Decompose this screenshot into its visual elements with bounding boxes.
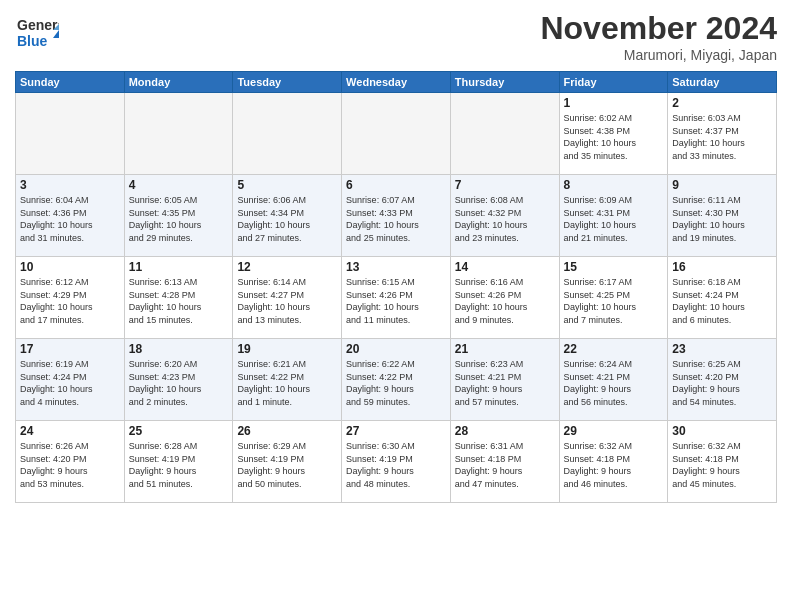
calendar-cell: 19Sunrise: 6:21 AMSunset: 4:22 PMDayligh… (233, 339, 342, 421)
calendar-cell: 13Sunrise: 6:15 AMSunset: 4:26 PMDayligh… (342, 257, 451, 339)
day-number: 25 (129, 424, 229, 438)
calendar-week-row: 10Sunrise: 6:12 AMSunset: 4:29 PMDayligh… (16, 257, 777, 339)
day-info: Sunrise: 6:22 AMSunset: 4:22 PMDaylight:… (346, 358, 446, 408)
day-header-thursday: Thursday (450, 72, 559, 93)
day-number: 4 (129, 178, 229, 192)
day-info: Sunrise: 6:11 AMSunset: 4:30 PMDaylight:… (672, 194, 772, 244)
month-title: November 2024 (540, 10, 777, 47)
day-info: Sunrise: 6:30 AMSunset: 4:19 PMDaylight:… (346, 440, 446, 490)
calendar-cell: 20Sunrise: 6:22 AMSunset: 4:22 PMDayligh… (342, 339, 451, 421)
day-info: Sunrise: 6:31 AMSunset: 4:18 PMDaylight:… (455, 440, 555, 490)
calendar-cell (16, 93, 125, 175)
day-info: Sunrise: 6:05 AMSunset: 4:35 PMDaylight:… (129, 194, 229, 244)
day-info: Sunrise: 6:12 AMSunset: 4:29 PMDaylight:… (20, 276, 120, 326)
day-info: Sunrise: 6:04 AMSunset: 4:36 PMDaylight:… (20, 194, 120, 244)
day-number: 16 (672, 260, 772, 274)
day-number: 22 (564, 342, 664, 356)
day-header-tuesday: Tuesday (233, 72, 342, 93)
calendar-cell: 26Sunrise: 6:29 AMSunset: 4:19 PMDayligh… (233, 421, 342, 503)
calendar-cell: 2Sunrise: 6:03 AMSunset: 4:37 PMDaylight… (668, 93, 777, 175)
day-info: Sunrise: 6:18 AMSunset: 4:24 PMDaylight:… (672, 276, 772, 326)
day-number: 13 (346, 260, 446, 274)
calendar-cell: 14Sunrise: 6:16 AMSunset: 4:26 PMDayligh… (450, 257, 559, 339)
calendar-cell (342, 93, 451, 175)
day-header-saturday: Saturday (668, 72, 777, 93)
day-info: Sunrise: 6:07 AMSunset: 4:33 PMDaylight:… (346, 194, 446, 244)
calendar-cell: 1Sunrise: 6:02 AMSunset: 4:38 PMDaylight… (559, 93, 668, 175)
day-info: Sunrise: 6:13 AMSunset: 4:28 PMDaylight:… (129, 276, 229, 326)
logo-icon: General Blue (15, 10, 59, 54)
calendar-cell: 30Sunrise: 6:32 AMSunset: 4:18 PMDayligh… (668, 421, 777, 503)
day-number: 10 (20, 260, 120, 274)
day-header-monday: Monday (124, 72, 233, 93)
calendar-cell: 4Sunrise: 6:05 AMSunset: 4:35 PMDaylight… (124, 175, 233, 257)
day-info: Sunrise: 6:20 AMSunset: 4:23 PMDaylight:… (129, 358, 229, 408)
day-number: 29 (564, 424, 664, 438)
calendar-cell: 9Sunrise: 6:11 AMSunset: 4:30 PMDaylight… (668, 175, 777, 257)
day-number: 12 (237, 260, 337, 274)
day-number: 15 (564, 260, 664, 274)
day-number: 11 (129, 260, 229, 274)
day-number: 21 (455, 342, 555, 356)
calendar-cell: 6Sunrise: 6:07 AMSunset: 4:33 PMDaylight… (342, 175, 451, 257)
calendar-cell: 12Sunrise: 6:14 AMSunset: 4:27 PMDayligh… (233, 257, 342, 339)
day-info: Sunrise: 6:19 AMSunset: 4:24 PMDaylight:… (20, 358, 120, 408)
calendar-cell: 3Sunrise: 6:04 AMSunset: 4:36 PMDaylight… (16, 175, 125, 257)
day-number: 28 (455, 424, 555, 438)
day-info: Sunrise: 6:17 AMSunset: 4:25 PMDaylight:… (564, 276, 664, 326)
day-info: Sunrise: 6:24 AMSunset: 4:21 PMDaylight:… (564, 358, 664, 408)
calendar-table: SundayMondayTuesdayWednesdayThursdayFrid… (15, 71, 777, 503)
day-info: Sunrise: 6:03 AMSunset: 4:37 PMDaylight:… (672, 112, 772, 162)
day-info: Sunrise: 6:08 AMSunset: 4:32 PMDaylight:… (455, 194, 555, 244)
day-info: Sunrise: 6:09 AMSunset: 4:31 PMDaylight:… (564, 194, 664, 244)
day-number: 8 (564, 178, 664, 192)
calendar-week-row: 3Sunrise: 6:04 AMSunset: 4:36 PMDaylight… (16, 175, 777, 257)
day-info: Sunrise: 6:02 AMSunset: 4:38 PMDaylight:… (564, 112, 664, 162)
calendar-cell: 18Sunrise: 6:20 AMSunset: 4:23 PMDayligh… (124, 339, 233, 421)
svg-text:Blue: Blue (17, 33, 48, 49)
calendar-cell: 22Sunrise: 6:24 AMSunset: 4:21 PMDayligh… (559, 339, 668, 421)
calendar-cell: 24Sunrise: 6:26 AMSunset: 4:20 PMDayligh… (16, 421, 125, 503)
day-info: Sunrise: 6:25 AMSunset: 4:20 PMDaylight:… (672, 358, 772, 408)
day-info: Sunrise: 6:15 AMSunset: 4:26 PMDaylight:… (346, 276, 446, 326)
calendar-week-row: 24Sunrise: 6:26 AMSunset: 4:20 PMDayligh… (16, 421, 777, 503)
calendar-cell: 28Sunrise: 6:31 AMSunset: 4:18 PMDayligh… (450, 421, 559, 503)
day-header-sunday: Sunday (16, 72, 125, 93)
title-block: November 2024 Marumori, Miyagi, Japan (540, 10, 777, 63)
day-info: Sunrise: 6:06 AMSunset: 4:34 PMDaylight:… (237, 194, 337, 244)
calendar-cell: 23Sunrise: 6:25 AMSunset: 4:20 PMDayligh… (668, 339, 777, 421)
day-number: 19 (237, 342, 337, 356)
day-number: 23 (672, 342, 772, 356)
header: General Blue November 2024 Marumori, Miy… (15, 10, 777, 63)
day-info: Sunrise: 6:32 AMSunset: 4:18 PMDaylight:… (564, 440, 664, 490)
page-container: General Blue November 2024 Marumori, Miy… (0, 0, 792, 612)
logo: General Blue (15, 10, 63, 54)
day-number: 18 (129, 342, 229, 356)
day-header-friday: Friday (559, 72, 668, 93)
day-number: 6 (346, 178, 446, 192)
day-info: Sunrise: 6:23 AMSunset: 4:21 PMDaylight:… (455, 358, 555, 408)
day-info: Sunrise: 6:26 AMSunset: 4:20 PMDaylight:… (20, 440, 120, 490)
calendar-cell: 7Sunrise: 6:08 AMSunset: 4:32 PMDaylight… (450, 175, 559, 257)
day-number: 1 (564, 96, 664, 110)
day-number: 27 (346, 424, 446, 438)
day-info: Sunrise: 6:16 AMSunset: 4:26 PMDaylight:… (455, 276, 555, 326)
day-number: 24 (20, 424, 120, 438)
calendar-cell: 25Sunrise: 6:28 AMSunset: 4:19 PMDayligh… (124, 421, 233, 503)
day-number: 14 (455, 260, 555, 274)
day-number: 30 (672, 424, 772, 438)
calendar-cell: 10Sunrise: 6:12 AMSunset: 4:29 PMDayligh… (16, 257, 125, 339)
calendar-cell: 21Sunrise: 6:23 AMSunset: 4:21 PMDayligh… (450, 339, 559, 421)
day-number: 9 (672, 178, 772, 192)
day-info: Sunrise: 6:28 AMSunset: 4:19 PMDaylight:… (129, 440, 229, 490)
calendar-week-row: 17Sunrise: 6:19 AMSunset: 4:24 PMDayligh… (16, 339, 777, 421)
calendar-cell: 27Sunrise: 6:30 AMSunset: 4:19 PMDayligh… (342, 421, 451, 503)
day-number: 26 (237, 424, 337, 438)
calendar-cell: 17Sunrise: 6:19 AMSunset: 4:24 PMDayligh… (16, 339, 125, 421)
day-number: 2 (672, 96, 772, 110)
day-info: Sunrise: 6:29 AMSunset: 4:19 PMDaylight:… (237, 440, 337, 490)
day-number: 17 (20, 342, 120, 356)
calendar-cell: 16Sunrise: 6:18 AMSunset: 4:24 PMDayligh… (668, 257, 777, 339)
calendar-cell: 8Sunrise: 6:09 AMSunset: 4:31 PMDaylight… (559, 175, 668, 257)
location: Marumori, Miyagi, Japan (540, 47, 777, 63)
